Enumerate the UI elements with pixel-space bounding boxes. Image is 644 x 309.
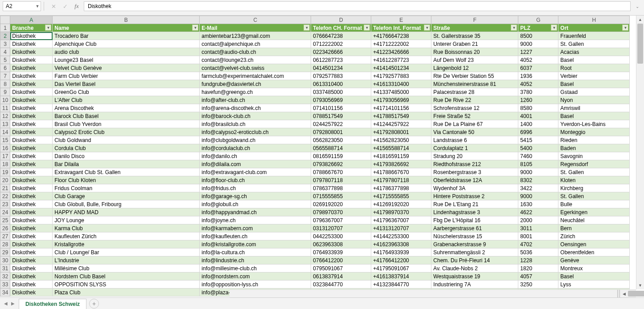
column-header[interactable]: C bbox=[200, 16, 311, 24]
cell[interactable]: Diskothek bbox=[10, 112, 53, 120]
cell[interactable]: 1630 bbox=[518, 200, 558, 208]
cell[interactable]: Basel bbox=[558, 56, 630, 64]
cell[interactable]: 0612287723 bbox=[311, 56, 371, 64]
row-header[interactable]: 31 bbox=[0, 264, 10, 272]
cell[interactable]: info@globull.ch bbox=[200, 200, 311, 208]
cell[interactable]: Suhrenmattengässli 2 bbox=[431, 248, 518, 256]
cell[interactable]: 6996 bbox=[518, 128, 558, 136]
cell[interactable]: 0613837914 bbox=[311, 272, 371, 281]
sheet-nav-prev-icon[interactable]: ▶ bbox=[10, 301, 16, 306]
cell[interactable]: 3780 bbox=[518, 88, 558, 96]
cell[interactable]: 0792577883 bbox=[311, 72, 371, 80]
cell[interactable]: farmclub@experimentalchalet.com bbox=[200, 72, 311, 80]
cell[interactable]: info@brasilclub.ch bbox=[200, 120, 311, 128]
cell[interactable]: 5415 bbox=[518, 136, 558, 144]
cell[interactable]: ambientebar123@gmail.com bbox=[200, 32, 311, 40]
cell[interactable]: +41714101156 bbox=[371, 104, 431, 112]
cell[interactable]: 0766647238 bbox=[311, 32, 371, 40]
cell[interactable]: info@fridus.ch bbox=[200, 184, 311, 192]
cell[interactable]: Diskothek bbox=[10, 144, 53, 152]
cell[interactable]: audio club bbox=[53, 48, 200, 56]
cell[interactable]: L'After Club bbox=[53, 96, 200, 104]
cell[interactable]: contact@lounge23.ch bbox=[200, 56, 311, 64]
cell[interactable]: info@joyne.ch bbox=[200, 216, 311, 224]
cell[interactable]: Baden bbox=[558, 144, 630, 152]
cell[interactable]: 0793056969 bbox=[311, 96, 371, 104]
cell[interactable]: Bar Dilaila bbox=[53, 160, 200, 168]
cell[interactable]: Diskothek bbox=[10, 72, 53, 80]
cell[interactable]: Rue De La Plaine 67 bbox=[431, 120, 518, 128]
cell[interactable]: 5400 bbox=[518, 144, 558, 152]
cell[interactable]: info@kaufleuten.ch bbox=[200, 232, 311, 240]
cell[interactable]: Industriering 7A bbox=[431, 281, 518, 289]
cell[interactable]: 0798970370 bbox=[311, 208, 371, 216]
cell[interactable]: Diskothek bbox=[10, 216, 53, 224]
row-header[interactable]: 19 bbox=[0, 168, 10, 176]
cell[interactable]: Palacestrasse 28 bbox=[431, 88, 518, 96]
table-column-header[interactable]: Branche▼ bbox=[10, 24, 53, 32]
cell[interactable]: Rue De Rive 22 bbox=[431, 96, 518, 104]
cell[interactable]: 8302 bbox=[518, 176, 558, 184]
row-header[interactable]: 20 bbox=[0, 176, 10, 184]
cell[interactable]: Kloten bbox=[558, 176, 630, 184]
column-header[interactable]: G bbox=[518, 16, 558, 24]
cell[interactable]: +41793826692 bbox=[371, 160, 431, 168]
cell[interactable]: 1260 bbox=[518, 96, 558, 104]
cell[interactable]: 0623963308 bbox=[311, 240, 371, 248]
cell[interactable]: Diskothek bbox=[10, 88, 53, 96]
cell[interactable]: +41798970370 bbox=[371, 208, 431, 216]
cell[interactable]: Gstaad bbox=[558, 88, 630, 96]
cell[interactable]: Nyon bbox=[558, 96, 630, 104]
cell[interactable]: +41565588714 bbox=[371, 144, 431, 152]
cell[interactable]: +41623963308 bbox=[371, 240, 431, 248]
cell[interactable]: Genève bbox=[558, 256, 630, 264]
cell[interactable]: JOY Lounge bbox=[53, 216, 200, 224]
filter-dropdown-icon[interactable]: ▼ bbox=[192, 24, 198, 31]
cell[interactable]: Das Viertel Basel bbox=[53, 80, 200, 88]
cell[interactable]: 4057 bbox=[518, 272, 558, 281]
cell[interactable]: Längenbold 12 bbox=[431, 64, 518, 72]
filter-dropdown-icon[interactable]: ▼ bbox=[364, 24, 370, 31]
cell[interactable]: +41337485000 bbox=[371, 88, 431, 96]
cell[interactable]: Floor Club Kloten bbox=[53, 176, 200, 184]
cell[interactable]: Diskothek bbox=[10, 152, 53, 160]
cell[interactable]: 9000 bbox=[518, 40, 558, 48]
cell[interactable]: Rosenbergstrasse 3 bbox=[431, 168, 518, 176]
cell[interactable]: +41442253300 bbox=[371, 232, 431, 240]
cell[interactable]: GreenGo Club bbox=[53, 88, 200, 96]
cell[interactable]: 4001 bbox=[518, 112, 558, 120]
table-column-header[interactable]: Name▼ bbox=[53, 24, 200, 32]
cell[interactable]: Verbier bbox=[558, 72, 630, 80]
cell[interactable]: Millésime Club bbox=[53, 264, 200, 272]
cell[interactable]: Cordulaplatz 1 bbox=[431, 144, 518, 152]
cell[interactable]: Diskothek bbox=[10, 80, 53, 88]
cell[interactable]: 0562823050 bbox=[311, 136, 371, 144]
horizontal-scrollbar[interactable]: ◀ ▶ bbox=[230, 289, 636, 297]
cell[interactable]: Stradung 20 bbox=[431, 152, 518, 160]
cell[interactable]: Club Globull, Bulle, Fribourg bbox=[53, 200, 200, 208]
cell[interactable]: +41414501234 bbox=[371, 64, 431, 72]
cell[interactable]: 0816591159 bbox=[311, 152, 371, 160]
cell[interactable]: +41269192020 bbox=[371, 200, 431, 208]
cell[interactable]: +41715555855 bbox=[371, 192, 431, 200]
cell[interactable]: info@opposition-lyss.ch bbox=[200, 281, 311, 289]
column-header[interactable]: B bbox=[53, 16, 200, 24]
cell[interactable]: Cordula Club bbox=[53, 144, 200, 152]
filter-dropdown-icon[interactable]: ▼ bbox=[622, 24, 628, 31]
cell[interactable]: +41788517549 bbox=[371, 112, 431, 120]
hscroll-thumb[interactable] bbox=[628, 291, 644, 297]
cell[interactable]: Trocadero Bar bbox=[53, 32, 200, 40]
cell[interactable]: 4702 bbox=[518, 240, 558, 248]
cell[interactable]: info@dilaila.com bbox=[200, 160, 311, 168]
name-box-input[interactable] bbox=[3, 2, 34, 11]
cell[interactable]: 2000 bbox=[518, 216, 558, 224]
cell[interactable]: 0712222002 bbox=[311, 40, 371, 48]
cell[interactable]: Diskothek bbox=[10, 289, 53, 297]
scroll-up-icon[interactable]: ▲ bbox=[636, 16, 644, 24]
cell[interactable]: +41786377898 bbox=[371, 184, 431, 192]
cell[interactable]: 1820 bbox=[518, 264, 558, 272]
cell[interactable]: Danilo Disco bbox=[53, 152, 200, 160]
cell[interactable]: 0793826692 bbox=[311, 160, 371, 168]
cell[interactable]: Rte De Verbier Station 55 bbox=[431, 72, 518, 80]
cell[interactable]: info@millesime-club.ch bbox=[200, 264, 311, 272]
